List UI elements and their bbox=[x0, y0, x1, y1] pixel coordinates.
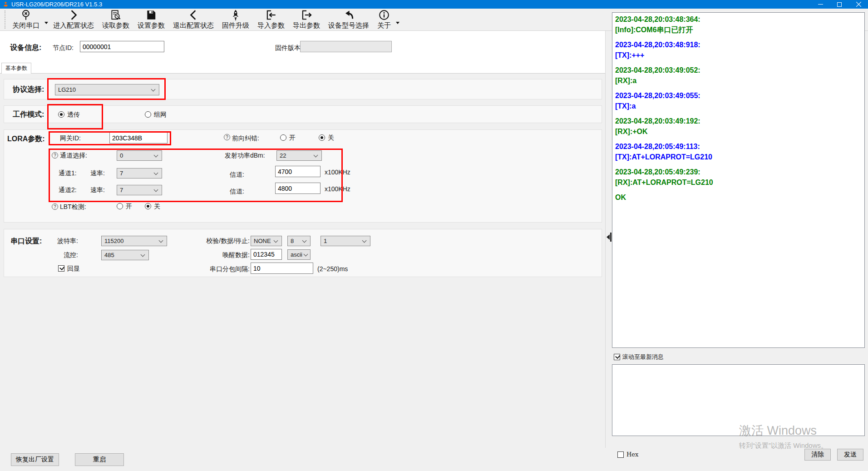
radio-fec-off[interactable]: 关 bbox=[319, 134, 334, 142]
parity-data-stop-label: 校验/数据/停止: bbox=[182, 237, 250, 245]
tx-power-combo[interactable]: 22 bbox=[276, 150, 322, 161]
stop-bits-value: 1 bbox=[324, 238, 327, 244]
exit-config-icon bbox=[187, 9, 199, 21]
title-bar: USR-LG206/DR206/DR216 V1.5.3 bbox=[0, 0, 868, 9]
radio-lbt-on[interactable]: 开 bbox=[117, 202, 132, 211]
splitter-collapse-icon[interactable] bbox=[607, 234, 610, 240]
channel2-freq-label: 信道: bbox=[230, 188, 244, 196]
toolbar-button-about[interactable]: 关于 bbox=[373, 9, 395, 30]
lbt-label: LBT检测: bbox=[60, 203, 86, 211]
baud-rate-combo[interactable]: 115200 bbox=[101, 236, 167, 246]
firmware-version-label: 固件版本: bbox=[275, 44, 302, 52]
radio-icon bbox=[58, 111, 64, 118]
channel-select-help-icon[interactable]: ? bbox=[52, 152, 58, 159]
minimize-button[interactable] bbox=[811, 0, 830, 9]
log-entry: 2023-04-28,20:05:49:239:[RX]:AT+LORAPROT… bbox=[615, 167, 862, 188]
wake-data-input[interactable] bbox=[251, 249, 282, 260]
radio-network-mode[interactable]: 组网 bbox=[145, 110, 167, 119]
toolbar-label: 导入参数 bbox=[257, 21, 285, 30]
channel2-rate-combo[interactable]: 7 bbox=[117, 185, 162, 195]
flow-control-combo[interactable]: 485 bbox=[101, 250, 149, 260]
chevron-down-icon bbox=[314, 153, 318, 157]
bottom-bar: 恢复出厂设置 重启 bbox=[0, 448, 605, 471]
toolbar-button-export-params[interactable]: 导出参数 bbox=[289, 9, 324, 30]
lora-params-label: LORA参数: bbox=[7, 134, 45, 144]
checkbox-icon bbox=[617, 451, 624, 458]
protocol-select-value: LG210 bbox=[58, 86, 76, 93]
flow-control-value: 485 bbox=[104, 252, 114, 258]
fec-help-icon[interactable]: ? bbox=[224, 134, 230, 140]
channel1-rate-combo[interactable]: 7 bbox=[117, 168, 162, 178]
toolbar-button-firmware-upgrade[interactable]: 固件升级 bbox=[218, 9, 253, 30]
channel2-rate-value: 7 bbox=[120, 187, 123, 193]
tab-basic-params[interactable]: 基本参数 bbox=[1, 63, 31, 74]
radio-icon bbox=[145, 111, 151, 118]
toolbar-button-import-params[interactable]: 导入参数 bbox=[253, 9, 289, 30]
close-port-dropdown-caret-icon[interactable] bbox=[44, 9, 49, 30]
channel-select-combo[interactable]: 0 bbox=[117, 150, 162, 161]
toolbar-button-device-model-select[interactable]: 设备型号选择 bbox=[324, 9, 373, 30]
channel2-freq-input[interactable] bbox=[275, 183, 321, 194]
radio-fec-on[interactable]: 开 bbox=[280, 134, 296, 142]
toolbar-label: 固件升级 bbox=[222, 21, 249, 30]
hex-checkbox[interactable]: Hex bbox=[617, 451, 638, 458]
scroll-to-latest-checkbox[interactable]: 滚动至最新消息 bbox=[614, 353, 664, 361]
channel1-freq-input[interactable] bbox=[275, 166, 321, 177]
toolbar-button-read-params[interactable]: 读取参数 bbox=[98, 9, 133, 30]
log-entry: 2023-04-28,20:03:49:055:[TX]:a bbox=[615, 90, 862, 111]
packet-interval-hint: (2~250)ms bbox=[317, 265, 348, 273]
packet-interval-label: 串口分包间隔: bbox=[182, 265, 250, 273]
node-id-label: 节点ID: bbox=[53, 44, 74, 52]
factory-reset-button[interactable]: 恢复出厂设置 bbox=[11, 453, 59, 466]
toolbar-button-exit-config[interactable]: 退出配置状态 bbox=[169, 9, 218, 30]
chevron-down-icon bbox=[362, 238, 367, 243]
radio-lbt-off[interactable]: 关 bbox=[145, 202, 160, 211]
device-info-label: 设备信息: bbox=[10, 43, 41, 53]
node-id-input[interactable] bbox=[80, 41, 164, 52]
wake-encoding-combo[interactable]: ascii bbox=[287, 249, 311, 260]
log-entry: OK bbox=[615, 192, 862, 203]
radio-transparent-mode[interactable]: 透传 bbox=[58, 110, 80, 119]
send-button[interactable]: 发送 bbox=[837, 449, 863, 461]
send-input[interactable] bbox=[612, 364, 865, 436]
maximize-button[interactable] bbox=[830, 0, 849, 9]
flow-control-label: 流控: bbox=[33, 251, 78, 259]
packet-interval-input[interactable] bbox=[251, 263, 313, 274]
log-entry: 2023-04-28,20:03:49:052:[RX]:a bbox=[615, 65, 862, 86]
work-mode-label: 工作模式: bbox=[13, 110, 44, 119]
toolbar-button-enter-config[interactable]: 进入配置状态 bbox=[49, 9, 98, 30]
toolbar-button-save-params[interactable]: 设置参数 bbox=[133, 9, 169, 30]
stop-bits-combo[interactable]: 1 bbox=[321, 236, 370, 246]
tx-power-label: 发射功率dBm: bbox=[225, 152, 265, 160]
parity-combo[interactable]: NONE bbox=[251, 236, 282, 246]
channel2-rate-label: 速率: bbox=[90, 186, 105, 194]
splitter-handle[interactable] bbox=[610, 233, 612, 242]
protocol-label: 协议选择: bbox=[13, 85, 44, 94]
channel1-rate-label: 速率: bbox=[90, 169, 105, 178]
about-dropdown-caret-icon[interactable] bbox=[395, 9, 400, 30]
device-model-select-icon bbox=[343, 9, 355, 21]
import-params-icon bbox=[265, 9, 277, 21]
lbt-help-icon[interactable]: ? bbox=[52, 203, 58, 210]
restart-button[interactable]: 重启 bbox=[75, 453, 124, 466]
protocol-select[interactable]: LG210 bbox=[55, 84, 159, 95]
config-form: 设备信息: 节点ID: 固件版本: 基本参数 协议选择: LG210 工作模式:… bbox=[0, 31, 605, 448]
data-bits-combo[interactable]: 8 bbox=[287, 236, 311, 246]
fec-label: 前向纠错: bbox=[232, 134, 259, 143]
panel-splitter[interactable] bbox=[605, 31, 612, 448]
gateway-id-input[interactable] bbox=[109, 132, 168, 144]
echo-checkbox[interactable]: 回显 bbox=[58, 264, 80, 273]
clear-button[interactable]: 清除 bbox=[804, 449, 831, 461]
serial-section: 串口设置: 波特率: 115200 校验/数据/停止: NONE 8 1 流控:… bbox=[4, 229, 602, 277]
export-params-icon bbox=[301, 9, 312, 21]
wake-data-label: 唤醒数据: bbox=[182, 251, 250, 259]
log-output[interactable]: 2023-04-28,20:03:48:364:[Info]:COM6串口已打开… bbox=[612, 12, 865, 348]
toolbar-button-close-port[interactable]: 关闭串口 bbox=[8, 9, 44, 30]
radio-fec-on-label: 开 bbox=[289, 134, 296, 141]
channel2-freq-unit: x100KHz bbox=[325, 185, 350, 193]
toolbar-label: 设置参数 bbox=[138, 21, 165, 30]
radio-fec-off-label: 关 bbox=[328, 134, 334, 141]
channel1-rate-value: 7 bbox=[120, 170, 123, 177]
radio-lbt-on-label: 开 bbox=[126, 203, 132, 210]
close-button[interactable] bbox=[849, 0, 868, 9]
